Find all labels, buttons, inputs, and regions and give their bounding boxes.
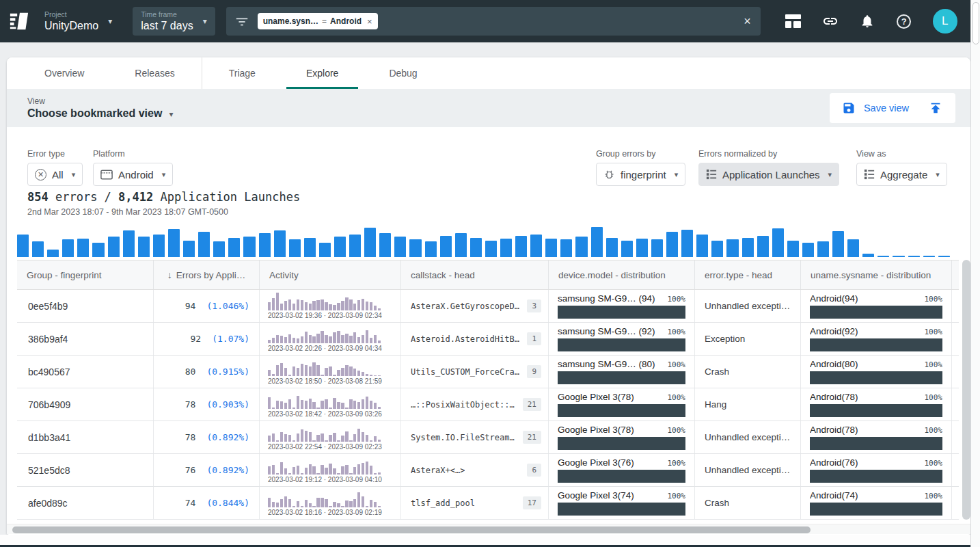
table-row[interactable]: 0ee5f4b9 94 (1.046%) 2023-03-02 19:36 · … [17,290,959,323]
fingerprint-cell[interactable]: bc490567 [17,356,154,388]
fingerprint-value[interactable]: bc490567 [28,366,70,377]
fingerprint-cell[interactable]: 386b9af4 [17,323,154,355]
horizontal-scrollbar-track[interactable] [7,524,970,534]
callstack-count-badge[interactable]: 21 [523,431,541,444]
activity-date-range: 2023-03-02 22:54 · 2023-03-09 02:23 [268,443,382,451]
header-errors-by-app[interactable]: ↓Errors by Appli… [154,261,260,289]
callstack-count-badge[interactable]: 21 [523,398,541,411]
error-histogram[interactable] [17,220,950,257]
bookmarked-view-selector[interactable]: View Choose bookmarked view▾ [27,96,173,120]
device-model-cell: Google Pixel 3(78) 100% [549,388,695,421]
device-model-distribution-bar [558,470,685,483]
clear-filters-icon[interactable]: × [744,14,751,29]
header-uname-sysname[interactable]: uname.sysname - distribution [801,261,952,289]
table-row[interactable]: d1bb3a41 78 (0.892%) 2023-03-02 22:54 · … [17,421,959,454]
error-type-cell: Crash [695,487,801,519]
error-type-select[interactable]: ✕ All ▾ [27,163,83,186]
tab-triage[interactable]: Triage [204,57,281,89]
uname-sysname-distribution-bar [810,437,942,450]
fingerprint-cell[interactable]: d1bb3a41 [17,421,154,453]
error-type-cell: Unhandled excepti… [695,290,801,322]
filter-chip[interactable]: uname.sysn… = Android × [258,13,378,29]
user-avatar[interactable]: L [933,9,957,34]
fingerprint-value[interactable]: 0ee5f4b9 [28,301,68,312]
fingerprint-cell[interactable]: 706b4909 [17,388,154,421]
page-vertical-scrollbar[interactable] [970,0,980,547]
save-view-button[interactable]: Save view [864,103,909,114]
header-group-fingerprint[interactable]: Group - fingerprint [17,261,154,289]
header-activity[interactable]: Activity [260,261,401,289]
notifications-bell-icon[interactable] [859,13,875,29]
fingerprint-value[interactable]: 706b4909 [28,399,70,410]
project-selector[interactable]: Project UnityDemo ▾ [44,10,112,32]
header-callstack-head[interactable]: callstack - head [401,261,549,289]
uname-sysname-label: Android(94) [810,293,858,304]
uname-sysname-distribution-bar [810,306,942,319]
fingerprint-cell[interactable]: afe0d89c [17,487,154,519]
group-by-value: fingerprint [621,169,666,181]
activity-sparkline [268,457,381,475]
table-row[interactable]: bc490567 80 (0.915%) 2023-03-02 18:50 · … [17,356,959,388]
uname-sysname-label: Android(92) [810,326,858,336]
normalized-by-control: Errors normalized by Application Launche… [698,149,839,186]
uname-sysname-label: Android(78) [810,392,858,402]
publish-view-icon[interactable] [928,101,943,116]
callstack-count-badge[interactable]: 17 [523,496,541,509]
filter-chip-attribute: uname.sysn… [263,16,318,26]
activity-cell: 2023-03-02 22:54 · 2023-03-09 02:23 [260,421,401,453]
fingerprint-value[interactable]: d1bb3a41 [28,432,70,443]
platform-select[interactable]: Android ▾ [93,163,173,186]
page-scrollbar-thumb[interactable] [972,2,979,44]
callstack-frame: AsteraX+<…> [411,466,465,475]
save-icon[interactable] [842,101,856,115]
horizontal-scrollbar-thumb[interactable] [12,526,811,533]
table-row[interactable]: 386b9af4 92 (1.07%) 2023-03-02 20:26 · 2… [17,323,959,356]
normalized-by-label: Errors normalized by [698,149,839,159]
device-model-percent: 100% [668,360,686,369]
help-icon[interactable]: ? [896,13,912,29]
fingerprint-cell[interactable]: 521e5dc8 [17,454,154,486]
callstack-count-badge[interactable]: 3 [527,299,541,312]
callstack-count-badge[interactable]: 9 [527,365,541,378]
fingerprint-value[interactable]: 386b9af4 [28,334,68,345]
table-row[interactable]: 706b4909 78 (0.903%) 2023-03-02 18:42 · … [17,388,959,421]
table-row[interactable]: afe0d89c 74 (0.844%) 2023-03-02 18:16 · … [17,487,959,520]
uname-sysname-label: Android(76) [810,457,858,468]
project-name: UnityDemo [44,20,98,32]
device-model-cell: samsung SM-G9… (92) 100% [549,323,695,355]
uname-sysname-percent: 100% [925,492,943,501]
fingerprint-value[interactable]: afe0d89c [28,498,68,509]
chip-remove-icon[interactable]: × [367,16,372,27]
view-selected: Choose bookmarked view [27,107,162,119]
footer-strip [0,535,970,545]
tab-bar: Overview Releases Triage Explore Debug [7,57,970,89]
header-device-model[interactable]: device.model - distribution [549,261,695,289]
tab-debug[interactable]: Debug [364,57,442,89]
activity-date-range: 2023-03-02 20:26 · 2023-03-09 04:34 [268,345,382,352]
timeframe-selector[interactable]: Time frame last 7 days ▾ [133,7,215,36]
callstack-count-badge[interactable]: 1 [527,332,541,345]
overflow-cell [952,356,959,388]
tab-explore[interactable]: Explore [281,57,364,89]
header-error-type[interactable]: error.type - head [695,261,801,289]
uname-sysname-label: Android(78) [810,425,858,435]
table-row[interactable]: 521e5dc8 76 (0.892%) 2023-03-02 19:12 · … [17,454,959,487]
fingerprint-cell[interactable]: 0ee5f4b9 [17,290,154,322]
fingerprint-value[interactable]: 521e5dc8 [28,465,70,476]
tab-releases[interactable]: Releases [109,57,200,89]
device-model-distribution-bar [558,503,685,516]
filter-bar[interactable]: uname.sysn… = Android × × [226,7,761,36]
uname-sysname-percent: 100% [925,459,943,468]
table-vertical-scrollbar[interactable] [962,260,970,520]
dashboard-icon[interactable] [785,13,802,29]
group-by-select[interactable]: fingerprint ▾ [596,163,685,186]
device-model-percent: 100% [668,393,686,402]
tab-overview[interactable]: Overview [19,57,109,89]
normalized-by-select[interactable]: Application Launches ▾ [698,163,839,186]
activity-date-range: 2023-03-02 18:50 · 2023-03-08 21:59 [268,377,382,385]
link-icon[interactable] [822,13,839,29]
error-percentage: (1.07%) [212,334,249,344]
view-as-select[interactable]: Aggregate ▾ [856,163,947,186]
callstack-count-badge[interactable]: 6 [527,464,541,477]
uname-sysname-cell: Android(74) 100% [801,487,952,519]
